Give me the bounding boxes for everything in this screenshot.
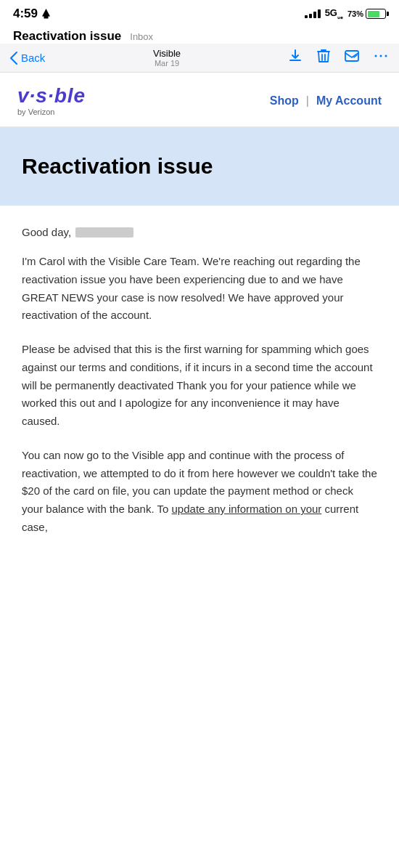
battery-percent: 73% [347,9,363,18]
svg-point-2 [375,55,377,57]
brand-header: v·s·ble by Verizon Shop | My Account [0,73,399,127]
nav-divider: | [306,94,309,108]
email-header-bar: Back Visible Mar 19 [0,44,399,73]
redacted-name [75,227,133,238]
banner-title: Reactivation issue [22,153,377,179]
paragraph-3-text: You can now go to the Visible app and co… [22,449,377,533]
download-icon [287,48,303,64]
underlined-text: update any information on your [172,503,322,515]
logo-text: v·s·ble [17,86,86,106]
network-label: 5Gᵤₑ [325,7,343,20]
back-button[interactable]: Back [10,52,46,65]
svg-rect-0 [289,60,301,61]
subject-strip: Reactivation issue Inbox [0,26,399,44]
trash-icon [316,48,331,64]
greeting: Good day, [22,226,377,238]
email-banner: Reactivation issue [0,127,399,206]
status-right: 5Gᵤₑ 73% [305,7,386,20]
signal-bar-1 [305,15,308,18]
chevron-left-icon [10,52,17,65]
email-body: Good day, I'm Carol with the Visible Car… [0,206,399,559]
sender-info: Visible Mar 19 [54,48,280,68]
inbox-label: Inbox [130,31,153,42]
sender-date: Mar 19 [54,59,280,68]
status-bar: 4:59 5Gᵤₑ 73% [0,0,399,26]
brand-logo: v·s·ble by Verizon [17,86,86,116]
trash-button[interactable] [316,48,331,68]
logo-subtitle: by Verizon [17,108,86,116]
paragraph-3: You can now go to the Visible app and co… [22,447,377,537]
battery-container: 73% [347,9,386,19]
signal-bar-4 [318,9,321,18]
svg-point-3 [380,55,382,57]
download-button[interactable] [287,48,303,68]
my-account-link[interactable]: My Account [316,94,382,108]
back-label: Back [21,52,45,64]
more-button[interactable] [373,48,389,68]
paragraph-2: Please be advised that this is the first… [22,341,377,431]
move-icon [344,48,360,64]
location-icon [42,9,50,19]
more-icon [373,48,389,64]
paragraph-1: I'm Carol with the Visible Care Team. We… [22,253,377,325]
signal-bar-2 [309,14,312,18]
email-actions [287,48,389,68]
shop-link[interactable]: Shop [270,94,299,108]
signal-bars [305,9,321,18]
move-button[interactable] [344,48,360,68]
battery-fill [368,11,380,17]
nav-links: Shop | My Account [270,94,382,108]
signal-bar-3 [313,12,316,18]
battery-icon [366,9,386,19]
greeting-text: Good day, [22,226,71,238]
sender-name: Visible [54,48,280,59]
subject-title: Reactivation issue [13,29,121,44]
time-display: 4:59 [13,7,38,21]
status-time: 4:59 [13,7,50,21]
svg-point-4 [385,55,387,57]
